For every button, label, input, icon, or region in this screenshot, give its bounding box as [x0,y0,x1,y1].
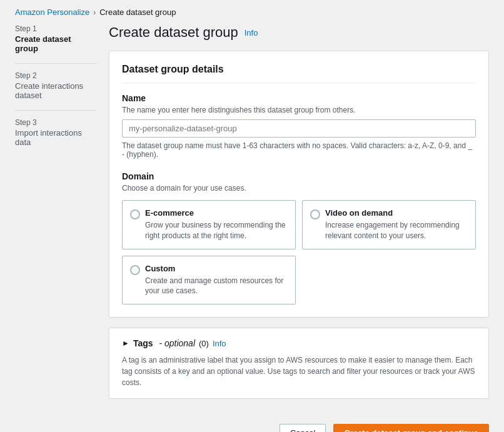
step-divider-1 [15,63,96,64]
name-input[interactable] [122,119,476,138]
step-divider-2 [15,110,96,111]
ecommerce-desc: Grow your business by recommending the r… [145,220,288,241]
sidebar-step-3: Step 3 Import interactions data [15,118,96,147]
ecommerce-title: E-commerce [145,208,288,218]
breadcrumb-parent-link[interactable]: Amazon Personalize [15,8,89,17]
tags-optional-label: - optional [157,338,195,348]
cancel-button[interactable]: Cancel [280,424,326,432]
page-info-link[interactable]: Info [244,28,258,38]
tags-header[interactable]: ► Tags - optional (0) Info [122,338,476,348]
dataset-details-card: Dataset group details Name The name you … [109,51,489,318]
sidebar-step-2: Step 2 Create interactions dataset [15,71,96,100]
tags-description: A tag is an administrative label that yo… [122,354,476,388]
domain-option-vod[interactable]: Video on demand Increase engagement by r… [302,200,476,249]
step-3-label: Step 3 [15,118,96,127]
name-field-group: Name The name you enter here distinguish… [122,93,476,159]
name-field-hint: The dataset group name must have 1-63 ch… [122,141,476,159]
breadcrumb-current: Create dataset group [99,8,176,17]
card-title: Dataset group details [122,64,476,83]
vod-title: Video on demand [325,208,468,218]
step-3-title: Import interactions data [15,128,96,147]
create-dataset-group-button[interactable]: Create dataset group and continue [333,424,489,432]
step-1-title: Create dataset group [15,34,96,53]
step-2-label: Step 2 [15,71,96,80]
domain-option-ecommerce[interactable]: E-commerce Grow your business by recomme… [122,200,296,249]
radio-vod [310,209,320,219]
tags-title: Tags [133,338,153,348]
name-field-label: Name [122,93,476,103]
ecommerce-content: E-commerce Grow your business by recomme… [145,208,288,241]
sidebar: Step 1 Create dataset group Step 2 Creat… [15,24,109,409]
domain-desc: Choose a domain for your use cases. [122,184,476,193]
custom-content: Custom Create and manage custom resource… [145,264,288,297]
footer-actions: Cancel Create dataset group and continue [0,424,504,432]
tags-info-link[interactable]: Info [213,339,226,348]
step-2-title: Create interactions dataset [15,81,96,100]
vod-desc: Increase engagement by recommending rele… [325,220,468,241]
page-title: Create dataset group [109,24,238,41]
step-1-label: Step 1 [15,24,96,33]
page-title-row: Create dataset group Info [109,24,489,41]
tags-toggle-icon: ► [122,339,129,348]
main-content: Create dataset group Info Dataset group … [109,24,489,409]
radio-custom [130,265,140,275]
tags-card: ► Tags - optional (0) Info A tag is an a… [109,328,489,399]
domain-section: Domain Choose a domain for your use case… [122,171,476,304]
tags-count: (0) [199,339,209,348]
domain-option-custom[interactable]: Custom Create and manage custom resource… [122,256,296,305]
custom-title: Custom [145,264,288,273]
domain-label: Domain [122,171,476,181]
vod-content: Video on demand Increase engagement by r… [325,208,468,241]
breadcrumb: Amazon Personalize › Create dataset grou… [0,0,504,24]
radio-ecommerce [130,209,140,219]
sidebar-step-1: Step 1 Create dataset group [15,24,96,53]
custom-desc: Create and manage custom resources for y… [145,276,288,297]
name-field-desc: The name you enter here distinguishes th… [122,106,476,114]
domain-options-grid: E-commerce Grow your business by recomme… [122,200,476,304]
breadcrumb-separator: › [93,8,96,17]
